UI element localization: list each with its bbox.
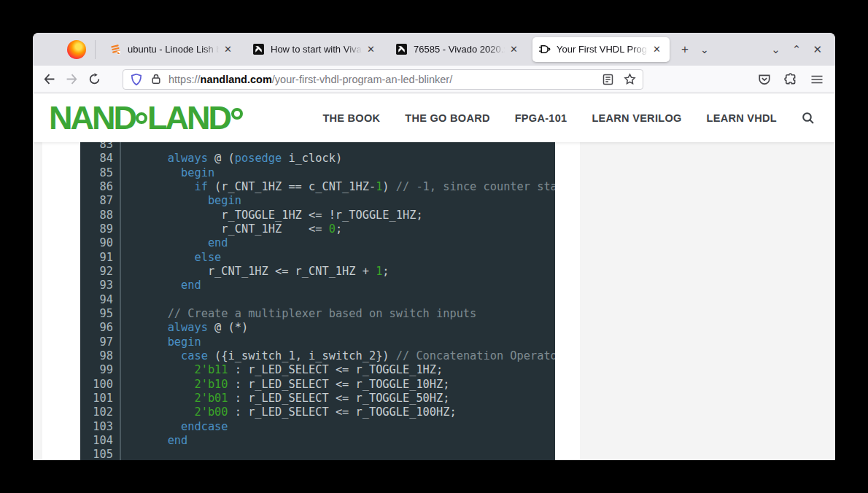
line-number: 104 — [80, 434, 113, 448]
nav-item-learn-verilog[interactable]: LEARN VERILOG — [592, 112, 681, 124]
tab-strip: ubuntu - Linode Lish ba✕How to start wit… — [104, 37, 675, 62]
nav-item-the-go-board[interactable]: THE GO BOARD — [405, 112, 489, 124]
page-body: 8384 always @ (posedge i_clock)85 begin8… — [33, 142, 835, 460]
browser-window: ubuntu - Linode Lish ba✕How to start wit… — [33, 33, 835, 460]
line-content: endcase — [120, 420, 228, 434]
line-content: end — [120, 236, 228, 250]
line-number: 87 — [80, 194, 113, 208]
line-number: 88 — [80, 209, 113, 222]
reload-icon[interactable] — [88, 73, 101, 85]
search-icon[interactable] — [802, 112, 815, 125]
pocket-icon[interactable] — [758, 73, 771, 86]
tab-label: How to start with Vivad — [271, 44, 364, 55]
line-content: r_TOGGLE_1HZ <= !r_TOGGLE_1HZ; — [120, 209, 423, 222]
line-number: 96 — [80, 321, 113, 335]
line-content — [120, 142, 147, 152]
line-number: 101 — [80, 392, 113, 405]
logo-text-nand: NAND — [49, 101, 135, 134]
line-number: 93 — [80, 279, 113, 292]
firefox-icon[interactable] — [67, 40, 86, 59]
code-line: 97 begin — [80, 335, 555, 349]
url-text: https://nandland.com/your-first-vhdl-pro… — [168, 74, 602, 85]
lock-icon[interactable] — [151, 74, 161, 85]
close-button[interactable]: ✕ — [813, 43, 822, 56]
site-header: NANDLAND THE BOOKTHE GO BOARDFPGA-101LEA… — [33, 93, 835, 142]
line-content: 2'b10 : r_LED_SELECT <= r_TOGGLE_10HZ; — [120, 378, 449, 392]
nandland-logo[interactable]: NANDLAND — [49, 101, 243, 134]
nav-item-learn-vhdl[interactable]: LEARN VHDL — [707, 112, 777, 124]
tab-label: Your First VHDL Progra — [557, 44, 650, 55]
line-content: 2'b01 : r_LED_SELECT <= r_TOGGLE_50HZ; — [120, 392, 449, 405]
line-number: 85 — [80, 166, 113, 180]
line-number: 92 — [80, 265, 113, 279]
line-number: 91 — [80, 251, 113, 265]
nav-item-fpga-101[interactable]: FPGA-101 — [515, 112, 567, 124]
hamburger-menu-icon[interactable] — [810, 74, 824, 85]
forward-icon[interactable] — [66, 73, 78, 85]
code-line: 86 if (r_CNT_1HZ == c_CNT_1HZ-1) // -1, … — [80, 180, 555, 194]
line-number: 94 — [80, 293, 113, 307]
line-number: 89 — [80, 222, 113, 236]
tabbar-separator — [95, 40, 96, 59]
xilinx-icon — [252, 43, 265, 55]
code-line: 91 else — [80, 251, 555, 265]
line-number: 83 — [80, 142, 113, 152]
tab-close-icon[interactable]: ✕ — [221, 43, 235, 55]
code-line: 102 2'b00 : r_LED_SELECT <= r_TOGGLE_100… — [80, 405, 555, 419]
tab-close-icon[interactable]: ✕ — [650, 43, 664, 55]
maximize-button[interactable]: ⌃ — [792, 43, 802, 56]
minimize-button[interactable]: ⌄ — [771, 43, 780, 56]
line-content — [120, 293, 147, 307]
line-content: 2'b11 : r_LED_SELECT <= r_TOGGLE_1HZ; — [120, 363, 443, 377]
tab-close-icon[interactable]: ✕ — [364, 43, 378, 55]
bookmark-star-icon[interactable] — [624, 73, 636, 85]
url-path: /your-first-vhdl-program-an-led-blinker/ — [272, 74, 452, 85]
nand-gate-icon — [538, 43, 551, 55]
tab-vhdl-program[interactable]: Your First VHDL Progra✕ — [532, 37, 670, 62]
nand-gate-bubble-icon — [136, 112, 147, 124]
code-block: 8384 always @ (posedge i_clock)85 begin8… — [80, 142, 555, 460]
url-bar[interactable]: https://nandland.com/your-first-vhdl-pro… — [123, 69, 643, 90]
line-content — [120, 448, 147, 460]
code-line: 88 r_TOGGLE_1HZ <= !r_TOGGLE_1HZ; — [80, 209, 555, 222]
line-content: if (r_CNT_1HZ == c_CNT_1HZ-1) // -1, sin… — [120, 180, 555, 194]
code-line: 95 // Create a multiplexer based on swit… — [80, 307, 555, 321]
nav-item-the-book[interactable]: THE BOOK — [322, 112, 380, 124]
line-content: 2'b00 : r_LED_SELECT <= r_TOGGLE_100HZ; — [120, 405, 457, 419]
gutter-separator — [120, 142, 121, 460]
line-content: always @ (posedge i_clock) — [120, 152, 342, 166]
shield-icon[interactable] — [130, 73, 143, 86]
code-line: 99 2'b11 : r_LED_SELECT <= r_TOGGLE_1HZ; — [80, 363, 555, 377]
line-content: end — [120, 279, 201, 292]
code-line: 93 end — [80, 279, 555, 292]
tab-close-icon[interactable]: ✕ — [507, 43, 521, 55]
line-number: 86 — [80, 180, 113, 194]
line-number: 103 — [80, 420, 113, 434]
tab-vivado-howto[interactable]: How to start with Vivad✕ — [247, 37, 384, 62]
code-line: 92 r_CNT_1HZ <= r_CNT_1HZ + 1; — [80, 265, 555, 279]
tab-ubuntu-linode[interactable]: ubuntu - Linode Lish ba✕ — [104, 37, 241, 62]
line-content: case ({i_switch_1, i_switch_2}) // Conca… — [120, 349, 555, 363]
code-line: 101 2'b01 : r_LED_SELECT <= r_TOGGLE_50H… — [80, 392, 555, 405]
line-content: r_CNT_1HZ <= 0; — [120, 222, 342, 236]
line-content: begin — [120, 166, 214, 180]
line-number: 84 — [80, 152, 113, 166]
line-number: 100 — [80, 378, 113, 392]
tab-bar: ubuntu - Linode Lish ba✕How to start wit… — [33, 33, 835, 66]
code-line: 103 endcase — [80, 420, 555, 434]
window-controls: ⌄ ⌃ ✕ — [771, 43, 822, 56]
line-content: r_CNT_1HZ <= r_CNT_1HZ + 1; — [120, 265, 390, 279]
nand-gate-bubble-icon — [231, 108, 243, 120]
code-line: 85 begin — [80, 166, 555, 180]
line-content: else — [120, 251, 221, 265]
back-icon[interactable] — [43, 73, 55, 85]
tab-overflow-button[interactable]: ⌄ — [694, 42, 715, 57]
reader-view-icon[interactable] — [602, 74, 613, 85]
verilog-code: 8384 always @ (posedge i_clock)85 begin8… — [80, 142, 555, 460]
extensions-puzzle-icon[interactable] — [784, 73, 797, 86]
xilinx-icon — [395, 43, 408, 55]
tab-label: 76585 - Vivado 2020.x - — [414, 44, 507, 55]
tab-vivado-76585[interactable]: 76585 - Vivado 2020.x -✕ — [390, 37, 527, 62]
new-tab-button[interactable]: + — [675, 41, 694, 58]
code-line: 87 begin — [80, 194, 555, 208]
